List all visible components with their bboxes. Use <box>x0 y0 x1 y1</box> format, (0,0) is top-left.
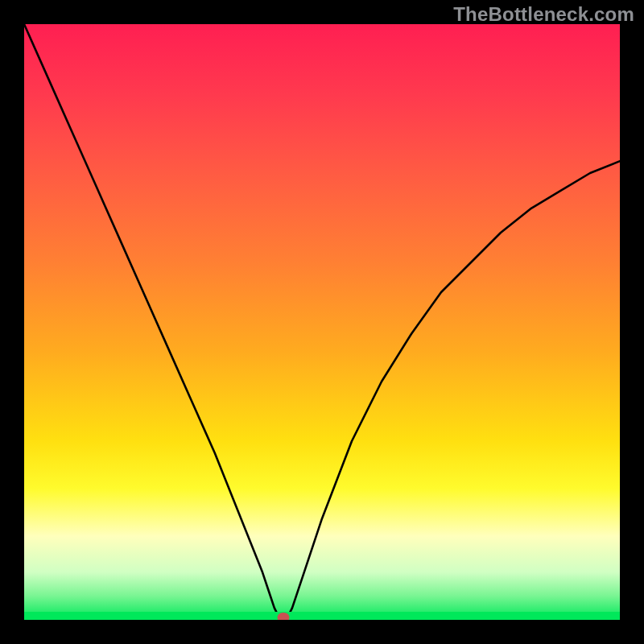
plot-area <box>24 24 620 620</box>
curve-layer <box>24 24 620 620</box>
bottleneck-curve <box>24 24 620 620</box>
watermark-text: TheBottleneck.com <box>453 3 634 26</box>
chart-frame: TheBottleneck.com <box>0 0 644 644</box>
optimum-marker <box>277 613 289 620</box>
green-baseline-strip <box>24 612 620 620</box>
